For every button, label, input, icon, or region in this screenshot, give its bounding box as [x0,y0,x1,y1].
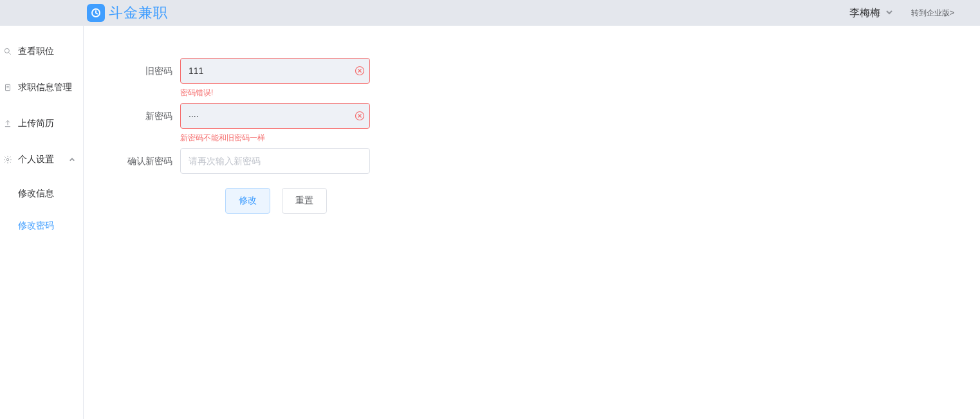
sidebar-item-label: 求职信息管理 [18,82,72,93]
reset-button[interactable]: 重置 [282,188,327,214]
confirm-password-label: 确认新密码 [109,148,180,174]
brand-block: 斗金兼职 [87,3,168,23]
sidebar-item-label: 个人设置 [18,154,54,165]
chevron-up-icon [69,154,75,165]
user-name: 李梅梅 [849,6,880,20]
sidebar: 查看职位 求职信息管理 上传简历 个人设置 [0,26,84,419]
sidebar-item-jobs[interactable]: 查看职位 [0,33,83,70]
upload-icon [3,119,13,128]
brand-logo-icon [87,4,105,22]
new-password-label: 新密码 [109,103,180,129]
sidebar-submenu: 修改信息 修改密码 [0,178,83,242]
switch-enterprise-link[interactable]: 转到企业版> [911,8,954,19]
sidebar-item-upload-resume[interactable]: 上传简历 [0,106,83,142]
form-row-new-password: 新密码 [109,103,721,129]
submenu-item-change-password[interactable]: 修改密码 [18,210,83,242]
error-circle-icon [355,66,365,76]
new-password-input[interactable] [180,103,370,129]
form-row-confirm-password: 确认新密码 [109,148,721,174]
old-password-label: 旧密码 [109,58,180,84]
svg-line-2 [9,53,11,55]
change-password-form: 旧密码 密码错误! 新密码 [109,58,721,214]
sidebar-item-jobinfo[interactable]: 求职信息管理 [0,70,83,106]
sidebar-item-label: 上传简历 [18,118,54,129]
svg-point-6 [6,158,9,161]
new-password-error: 新密码不能和旧密码一样 [180,131,721,148]
chevron-down-icon [885,7,893,19]
search-icon [3,47,13,56]
sidebar-item-label: 查看职位 [18,46,54,57]
app-header: 斗金兼职 李梅梅 转到企业版> [0,0,980,26]
form-row-old-password: 旧密码 [109,58,721,84]
form-actions: 修改 重置 [225,188,721,214]
old-password-input[interactable] [180,58,370,84]
error-circle-icon [355,111,365,121]
svg-point-1 [5,48,9,53]
submenu-item-label: 修改信息 [18,188,54,200]
submenu-item-edit-info[interactable]: 修改信息 [18,178,83,210]
brand-title: 斗金兼职 [109,3,168,23]
svg-rect-3 [6,84,10,90]
sidebar-item-settings[interactable]: 个人设置 [0,142,83,178]
submenu-item-label: 修改密码 [18,220,54,232]
old-password-error: 密码错误! [180,86,721,103]
document-icon [3,83,13,92]
main-content: 旧密码 密码错误! 新密码 [84,26,980,419]
gear-icon [3,155,13,164]
user-menu[interactable]: 李梅梅 [849,6,893,20]
submit-button[interactable]: 修改 [225,188,270,214]
confirm-password-input[interactable] [180,148,370,174]
